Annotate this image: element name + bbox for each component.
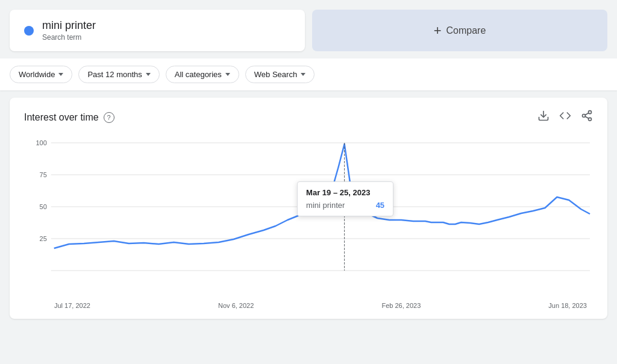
chart-area: 100 75 50 25 Mar 19 – 25, 2023 mini prin…: [24, 131, 593, 300]
term-name: mini printer: [42, 19, 96, 32]
x-label-3: Feb 26, 2023: [381, 302, 421, 309]
svg-text:100: 100: [36, 139, 47, 146]
compare-plus-icon: +: [434, 23, 442, 39]
card-title-row: Interest over time ?: [24, 112, 114, 123]
term-label: Search term: [42, 33, 96, 42]
interest-over-time-card: Interest over time ?: [10, 98, 607, 319]
share-icon[interactable]: [581, 110, 593, 125]
filter-search-type-label: Web Search: [254, 70, 297, 79]
x-label-4: Jun 18, 2023: [548, 302, 587, 309]
svg-line-4: [585, 116, 589, 118]
x-label-2: Nov 6, 2022: [218, 302, 254, 309]
filter-search-type[interactable]: Web Search: [245, 66, 315, 83]
card-title: Interest over time: [24, 112, 99, 123]
search-term-dot: [24, 26, 34, 36]
svg-text:25: 25: [40, 235, 47, 242]
svg-text:75: 75: [40, 171, 47, 178]
svg-text:50: 50: [40, 203, 47, 210]
compare-label: Compare: [446, 25, 486, 36]
filter-time-range-label: Past 12 months: [87, 70, 142, 79]
filters-bar: Worldwide Past 12 months All categories …: [0, 58, 617, 90]
x-axis-labels: Jul 17, 2022 Nov 6, 2022 Feb 26, 2023 Ju…: [24, 300, 593, 309]
help-icon[interactable]: ?: [104, 112, 114, 123]
search-term-text: mini printer Search term: [42, 19, 96, 42]
filter-region-label: Worldwide: [19, 70, 55, 79]
card-header: Interest over time ?: [24, 110, 593, 125]
search-term-card: mini printer Search term: [10, 10, 305, 51]
embed-icon[interactable]: [559, 110, 571, 125]
x-label-1: Jul 17, 2022: [54, 302, 90, 309]
filter-region[interactable]: Worldwide: [10, 66, 72, 83]
chevron-down-icon: [301, 73, 305, 76]
chevron-down-icon: [58, 73, 63, 76]
chart-svg: 100 75 50 25: [24, 131, 593, 300]
chevron-down-icon: [146, 73, 151, 76]
chevron-down-icon: [225, 73, 230, 76]
filter-time-range[interactable]: Past 12 months: [78, 66, 159, 83]
svg-line-5: [585, 113, 589, 115]
card-actions: [537, 110, 593, 125]
filter-categories[interactable]: All categories: [166, 66, 239, 83]
compare-card[interactable]: + Compare: [312, 10, 607, 51]
filter-categories-label: All categories: [175, 70, 222, 79]
download-icon[interactable]: [537, 110, 550, 125]
